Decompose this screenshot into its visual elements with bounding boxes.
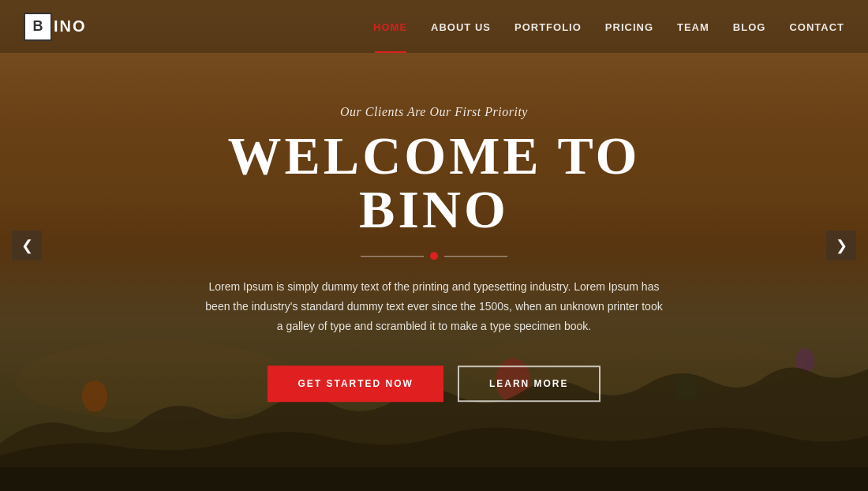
divider-line-left (361, 256, 424, 257)
divider-dot (430, 252, 438, 260)
nav-item-contact[interactable]: CONTACT (789, 20, 844, 34)
learn-more-button[interactable]: LEARN MORE (458, 365, 600, 402)
nav-link-pricing[interactable]: PRICING (605, 21, 653, 33)
nav-link-team[interactable]: TEAM (677, 21, 709, 33)
nav-item-pricing[interactable]: PRICING (605, 20, 653, 34)
chevron-right-icon: ❯ (836, 237, 847, 254)
hero-description: Lorem Ipsum is simply dummy text of the … (205, 277, 663, 337)
slider-prev-button[interactable]: ❮ (12, 231, 42, 260)
nav-menu: HOME ABOUT US PORTFOLIO PRICING TEAM BLO… (373, 20, 844, 34)
hero-buttons: GET STARTED NOW LEARN MORE (158, 365, 710, 402)
nav-link-contact[interactable]: CONTACT (789, 21, 844, 33)
logo-box: B (24, 13, 52, 41)
slider-next-button[interactable]: ❯ (826, 231, 856, 260)
logo-letter: B (33, 18, 43, 35)
nav-link-blog[interactable]: BLOG (733, 21, 766, 33)
logo[interactable]: B INO (24, 13, 87, 41)
nav-link-about[interactable]: ABOUT US (431, 21, 491, 33)
nav-link-home[interactable]: HOME (373, 21, 407, 33)
hero-section: B INO HOME ABOUT US PORTFOLIO PRICING TE… (0, 0, 868, 491)
navbar: B INO HOME ABOUT US PORTFOLIO PRICING TE… (0, 0, 868, 53)
hero-content: Our Clients Are Our First Priority WELCO… (158, 105, 710, 402)
divider-line-right (444, 256, 507, 257)
nav-item-about[interactable]: ABOUT US (431, 20, 491, 34)
hero-title: WELCOME TO BINO (158, 129, 710, 236)
logo-text: INO (54, 17, 87, 36)
nav-item-blog[interactable]: BLOG (733, 20, 766, 34)
nav-item-portfolio[interactable]: PORTFOLIO (514, 20, 582, 34)
hero-divider (158, 252, 710, 260)
chevron-left-icon: ❮ (21, 237, 33, 254)
nav-item-team[interactable]: TEAM (677, 20, 709, 34)
nav-item-home[interactable]: HOME (373, 20, 407, 34)
get-started-button[interactable]: GET STARTED NOW (268, 365, 443, 402)
nav-link-portfolio[interactable]: PORTFOLIO (514, 21, 582, 33)
hero-subtitle: Our Clients Are Our First Priority (158, 105, 710, 119)
